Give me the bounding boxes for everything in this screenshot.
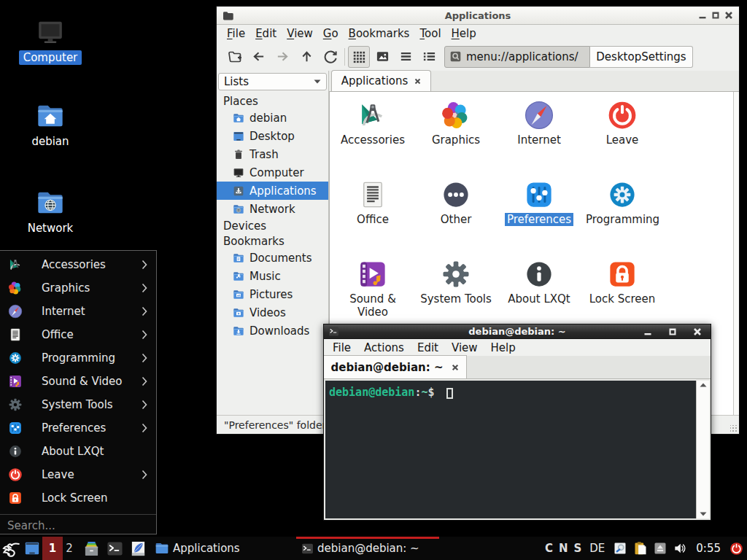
app-category-programming[interactable]: Programming — [581, 179, 664, 226]
app-category-other[interactable]: Other — [414, 179, 498, 226]
minimize-button[interactable] — [643, 327, 652, 336]
clock[interactable]: 0:55 — [696, 542, 721, 555]
menu-item-leave[interactable]: Leave — [0, 463, 156, 486]
minimize-button[interactable] — [698, 11, 707, 20]
fm-menu-go[interactable]: Go — [318, 26, 344, 41]
thumbnail-view-button[interactable] — [371, 46, 393, 68]
fm-sidebar: Lists Places debian Desktop Trash Comput… — [217, 71, 329, 415]
menu-item-internet[interactable]: Internet — [0, 300, 156, 323]
terminal-scrollbar[interactable] — [696, 381, 709, 518]
close-button[interactable] — [693, 327, 702, 336]
back-button[interactable] — [247, 46, 269, 68]
quicklaunch-terminal[interactable] — [104, 537, 125, 560]
taskbar-item-applications[interactable]: Applications — [152, 537, 295, 560]
terminal-menu-actions[interactable]: Actions — [357, 341, 411, 354]
fm-menu-help[interactable]: Help — [446, 26, 481, 41]
menu-item-accessories[interactable]: Accessories — [0, 253, 156, 276]
sidebar-item-downloads[interactable]: Downloads — [217, 322, 328, 340]
fm-menu-bookmarks[interactable]: Bookmarks — [344, 26, 415, 41]
menu-item-programming[interactable]: Programming — [0, 346, 156, 370]
forward-button[interactable] — [271, 46, 293, 68]
app-category-leave[interactable]: Leave — [581, 100, 664, 147]
sidebar-item-computer[interactable]: Computer — [217, 163, 328, 182]
fm-titlebar[interactable]: Applications — [217, 7, 739, 25]
fm-menu-tool[interactable]: Tool — [414, 26, 446, 41]
refresh-button[interactable] — [320, 46, 341, 68]
menu-item-lock-screen[interactable]: Lock Screen — [0, 486, 156, 510]
main-menu-button[interactable] — [0, 537, 22, 560]
tab-close-icon[interactable] — [414, 78, 421, 85]
sidebar-item-desktop[interactable]: Desktop — [217, 127, 328, 145]
app-category-accessories[interactable]: Accessories — [331, 100, 414, 147]
desktop-icon-computer[interactable]: Computer — [10, 18, 90, 65]
clipboard-icon[interactable] — [633, 541, 648, 556]
detailed-view-button[interactable] — [418, 46, 440, 68]
sidebar-item-debian[interactable]: debian — [217, 109, 328, 127]
tab-close-icon[interactable] — [452, 364, 459, 371]
menu-item-preferences[interactable]: Preferences — [0, 416, 156, 440]
app-category-sound-video[interactable]: Sound & Video — [331, 259, 414, 319]
desktop-icon-network[interactable]: Network — [10, 188, 90, 236]
app-category-graphics[interactable]: Graphics — [414, 100, 498, 147]
fm-menu-view[interactable]: View — [282, 26, 318, 41]
path-bar[interactable]: menu://applications/ — [444, 46, 590, 68]
power-icon[interactable] — [729, 542, 743, 556]
fm-vertical-scrollbar[interactable] — [733, 92, 739, 415]
maximize-button[interactable] — [711, 11, 720, 20]
quicklaunch-file-manager[interactable] — [80, 537, 102, 560]
icon-view-button[interactable] — [348, 46, 370, 68]
app-category-internet[interactable]: Internet — [498, 100, 581, 147]
desktop-icon-debian[interactable]: debian — [10, 101, 90, 149]
sound-video-icon — [8, 374, 23, 389]
fm-menu-file[interactable]: File — [222, 26, 250, 41]
terminal-menu-view[interactable]: View — [445, 341, 484, 354]
quicklaunch-featherpad[interactable] — [127, 537, 149, 560]
terminal-titlebar[interactable]: debian@debian: ~ — [324, 324, 711, 339]
new-tab-button[interactable] — [224, 46, 246, 68]
workspace-2-button[interactable]: 2 — [63, 537, 76, 560]
menu-item-about-lxqt[interactable]: About LXQt — [0, 440, 156, 463]
fm-window-title: Applications — [217, 10, 739, 21]
fm-menu-edit[interactable]: Edit — [250, 26, 282, 41]
size-grip[interactable] — [730, 425, 738, 432]
eject-icon[interactable] — [654, 542, 667, 555]
sidebar-item-applications[interactable]: Applications — [217, 182, 328, 200]
terminal-screen[interactable]: debian@debian:~$ — [325, 381, 709, 518]
sidebar-item-music[interactable]: Music — [217, 267, 328, 285]
terminal-menu-help[interactable]: Help — [484, 341, 522, 354]
menu-item-system-tools[interactable]: System Tools — [0, 393, 156, 416]
show-desktop-button[interactable] — [22, 537, 42, 560]
up-button[interactable] — [295, 46, 317, 68]
scroll-up-icon[interactable] — [700, 383, 707, 387]
sidebar-item-pictures[interactable]: Pictures — [217, 285, 328, 303]
sidebar-item-videos[interactable]: Videos — [217, 303, 328, 322]
featherpad-icon — [130, 540, 147, 557]
sidebar-mode-select[interactable]: Lists — [218, 73, 327, 90]
fm-tab-applications[interactable]: Applications — [331, 70, 431, 91]
sidebar-item-network[interactable]: Network — [217, 200, 328, 218]
menu-search-input[interactable]: Search... — [0, 515, 156, 537]
app-category-office[interactable]: Office — [331, 179, 414, 226]
compact-view-button[interactable] — [395, 46, 417, 68]
scroll-down-icon[interactable] — [700, 512, 707, 516]
taskbar-item-terminal[interactable]: debian@debian: ~ — [296, 537, 439, 560]
screenshot-icon[interactable] — [613, 541, 627, 556]
sidebar-item-trash[interactable]: Trash — [217, 145, 328, 163]
app-category-system-tools[interactable]: System Tools — [414, 259, 498, 306]
maximize-button[interactable] — [668, 327, 677, 336]
menu-item-office[interactable]: Office — [0, 323, 156, 346]
close-button[interactable] — [724, 11, 733, 20]
terminal-menu-file[interactable]: File — [326, 341, 357, 354]
menu-item-graphics[interactable]: Graphics — [0, 276, 156, 300]
app-category-preferences[interactable]: Preferences — [498, 179, 581, 226]
volume-icon[interactable] — [673, 541, 687, 556]
terminal-menu-edit[interactable]: Edit — [411, 341, 445, 354]
app-category-lock-screen[interactable]: Lock Screen — [581, 259, 664, 306]
app-category-about-lxqt[interactable]: About LXQt — [498, 259, 581, 306]
keyboard-layout-indicator[interactable]: DE — [589, 542, 605, 555]
path-segment-desktopsettings[interactable]: DesktopSettings — [590, 46, 693, 68]
sidebar-item-documents[interactable]: Documents — [217, 249, 328, 267]
workspace-1-button[interactable]: 1 — [42, 537, 63, 560]
menu-item-sound-video[interactable]: Sound & Video — [0, 370, 156, 393]
terminal-tab[interactable]: debian@debian: ~ — [324, 355, 467, 378]
